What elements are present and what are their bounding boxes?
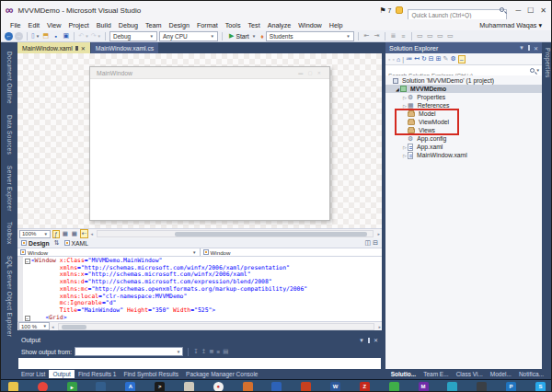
doc-tab-MainWindow.xaml[interactable]: MainWindow.xaml✕ — [17, 42, 90, 53]
menu-item-help[interactable]: Help — [326, 21, 347, 29]
attach-icon[interactable]: ♦ — [260, 33, 264, 40]
word-wrap-icon[interactable]: ≡ — [217, 349, 221, 355]
zotero-icon[interactable]: Z — [360, 382, 370, 392]
menu-item-design[interactable]: Design — [166, 21, 193, 29]
bottom-right-tab-model-[interactable]: Model... — [487, 370, 515, 378]
scroll-right-icon[interactable]: ▸ — [377, 231, 380, 236]
close-panel-icon[interactable]: ✕ — [374, 337, 378, 343]
breadcrumb-right[interactable]: Window — [201, 248, 383, 256]
close-icon[interactable]: ✕ — [81, 45, 86, 52]
pin-icon[interactable] — [528, 45, 530, 51]
app-window-icon[interactable] — [96, 382, 106, 392]
bottom-tab-output[interactable]: Output — [49, 370, 75, 378]
snap-to-guides-icon[interactable]: ⇠ — [80, 229, 88, 238]
scope-icon[interactable]: ≔ — [406, 55, 412, 63]
tree-item-references[interactable]: ▷▦References — [385, 101, 542, 110]
search-options-icon[interactable]: ▼ — [536, 68, 540, 73]
close-panel-icon[interactable]: ✕ — [534, 45, 538, 52]
bottom-tab-package-manager-console[interactable]: Package Manager Console — [182, 370, 261, 378]
back-icon[interactable]: ◦ — [388, 56, 390, 63]
mail-icon[interactable]: A — [125, 382, 135, 392]
navigate-back-icon[interactable]: ← — [5, 31, 13, 40]
close-button[interactable]: ✕ — [540, 6, 546, 15]
teams-icon[interactable] — [271, 382, 282, 392]
toggle-output-icon[interactable]: ▤ — [223, 348, 228, 355]
output-source-dropdown[interactable]: ▼ — [75, 347, 183, 356]
menu-item-view[interactable]: View — [43, 21, 64, 29]
window-position-icon[interactable]: ▼ — [519, 45, 524, 51]
mvvm-app-icon[interactable]: M — [419, 382, 429, 392]
pending-changes-icon[interactable]: ↤ — [414, 55, 420, 63]
folder-icon[interactable] — [8, 382, 18, 392]
tree-item-app-config[interactable]: ⚙App.config — [385, 134, 542, 143]
editor-zoom-dropdown[interactable]: 100 %▼ — [18, 322, 50, 330]
tree-item-viewmodel[interactable]: ViewModel — [385, 118, 542, 126]
tree-item-model[interactable]: Model — [385, 110, 542, 118]
paint-icon[interactable] — [243, 382, 253, 392]
tab-sql-server-object-explorer[interactable]: SQL Server Object Explorer — [6, 256, 13, 337]
minimize-button[interactable]: ─ — [515, 6, 521, 15]
xaml-code-editor[interactable]: −<Window x:Class="MVVMDemo.MainWindow" x… — [17, 257, 382, 321]
notes-icon[interactable] — [184, 382, 194, 392]
design-tab[interactable]: Design — [21, 240, 50, 247]
store-icon[interactable]: ▸ — [67, 382, 77, 392]
refresh-icon[interactable]: ↻ — [421, 55, 427, 63]
properties-icon[interactable]: ⚙ — [450, 55, 455, 63]
open-file-icon[interactable]: ⬒ — [41, 31, 50, 40]
save-icon[interactable]: ▪ — [52, 31, 60, 40]
scroll-left-icon[interactable]: ◂ — [52, 324, 54, 329]
xaml-tab[interactable]: XAML — [64, 240, 89, 247]
pdf-icon[interactable]: P — [506, 382, 516, 392]
office-icon[interactable] — [301, 382, 311, 392]
menu-item-edit[interactable]: Edit — [25, 21, 43, 29]
scroll-right-icon[interactable]: ▸ — [378, 324, 381, 329]
menu-item-window[interactable]: Window — [294, 21, 326, 29]
menu-item-tools[interactable]: Tools — [222, 21, 245, 29]
home-icon[interactable]: ⌂ — [397, 56, 400, 63]
grid-toggle-icon[interactable]: ▦ — [62, 230, 69, 237]
tree-item-views[interactable]: Views — [385, 126, 542, 134]
signed-in-user[interactable]: Muhammad Waqas ▾ — [479, 21, 551, 29]
terminal-icon[interactable]: > — [155, 382, 165, 392]
solution-platform-dropdown[interactable]: Any CPU▼ — [159, 31, 218, 41]
find-message-icon[interactable]: ↧ — [193, 348, 198, 355]
scroll-left-icon[interactable]: ◂ — [90, 231, 93, 236]
menu-item-format[interactable]: Format — [193, 21, 222, 29]
snap-grid-icon[interactable]: ▦ — [71, 230, 78, 237]
profile-dropdown[interactable]: Students▼ — [266, 31, 354, 41]
start-debugging-button[interactable]: ▶ Start ▼ — [226, 32, 259, 40]
clear-all-icon[interactable]: ≣ — [209, 348, 213, 355]
collapse-all-icon[interactable]: ⊟ — [429, 55, 434, 63]
designer-horizontal-scrollbar[interactable] — [97, 230, 374, 237]
bottom-right-tab-notifica-[interactable]: Notifica... — [515, 370, 547, 378]
bottom-right-tab-solutio-[interactable]: Solutio... — [387, 370, 420, 378]
tab-data-sources[interactable]: Data Sources — [6, 115, 13, 155]
bottom-right-tab-class-vi-[interactable]: Class Vi... — [453, 370, 487, 378]
database-icon[interactable] — [477, 382, 487, 392]
solution-configuration-dropdown[interactable]: Debug▼ — [109, 31, 157, 41]
swirl-icon[interactable] — [447, 382, 457, 392]
tab-server-explorer[interactable]: Server Explorer — [6, 166, 13, 212]
goto-message-icon[interactable]: ↥ — [201, 348, 206, 355]
tab-properties[interactable]: Properties — [545, 48, 551, 369]
editor-horizontal-scrollbar[interactable] — [58, 323, 375, 330]
notifications-flag-icon[interactable]: ⚑ — [379, 6, 385, 15]
swap-panes-icon[interactable]: ⇅ — [54, 239, 60, 247]
xaml-designer-surface[interactable]: MainWindow ▬ ▢ ✕ — [17, 53, 382, 228]
bottom-tab-find-results-1[interactable]: Find Results 1 — [75, 370, 121, 378]
menu-item-project[interactable]: Project — [64, 21, 92, 29]
edit-icon[interactable]: ✎ — [443, 55, 449, 63]
tree-item-properties[interactable]: ▷⚙Properties — [385, 93, 542, 101]
bottom-right-tab-team-e-[interactable]: Team E... — [420, 370, 452, 378]
doc-tab-MainWindow.xaml.cs[interactable]: MainWindow.xaml.cs — [91, 42, 158, 53]
sync-icon[interactable]: ⊞ — [436, 55, 442, 63]
menu-item-analyze[interactable]: Analyze — [264, 21, 295, 29]
designer-zoom-dropdown[interactable]: 100%▼ — [19, 230, 51, 238]
bottom-tab-find-symbol-results[interactable]: Find Symbol Results — [120, 370, 182, 378]
tree-item-solution-mvvmdemo-1-project-[interactable]: Solution 'MVVMDemo' (1 project) — [385, 76, 542, 85]
breadcrumb-left[interactable]: Window▼ — [17, 248, 201, 256]
nvidia-icon[interactable] — [389, 382, 399, 392]
tree-item-mainwindow-xaml[interactable]: ▷MainWindow.xaml — [385, 151, 542, 159]
forward-icon[interactable]: ◦ — [392, 56, 394, 63]
tab-toolbox[interactable]: Toolbox — [6, 222, 13, 245]
